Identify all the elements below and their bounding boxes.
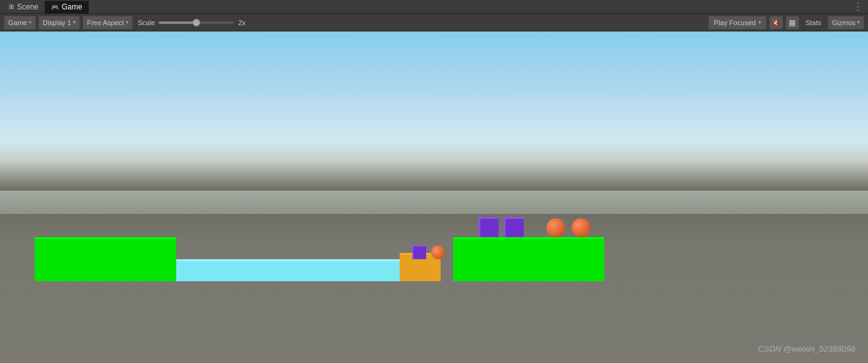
play-focused-label: Play Focused — [714, 19, 756, 26]
game-dropdown[interactable]: Game ▾ — [4, 16, 36, 30]
stats-label: Stats — [806, 19, 821, 26]
tab-game[interactable]: 🎮 Game — [45, 0, 89, 14]
game-viewport[interactable]: CSDN @weixin_52388098 — [0, 31, 868, 363]
bridge-conveyor — [176, 259, 422, 281]
aspect-dropdown-arrow: ▾ — [126, 20, 128, 25]
scene-icon: ⊞ — [9, 3, 14, 10]
aspect-dropdown-label: Free Aspect — [87, 19, 124, 26]
tab-game-label: Game — [62, 3, 82, 11]
aspect-dropdown[interactable]: Free Aspect ▾ — [82, 16, 133, 30]
orange-sphere-bridge — [431, 245, 445, 259]
scale-thumb[interactable] — [193, 19, 200, 26]
display-dropdown-label: Display 1 — [43, 19, 71, 26]
tab-scene[interactable]: ⊞ Scene — [3, 0, 45, 14]
tab-scene-label: Scene — [17, 3, 38, 11]
purple-cube-right-1 — [478, 217, 499, 237]
platform-right — [453, 237, 604, 281]
platform-left — [35, 237, 176, 281]
scale-value: 2x — [238, 19, 245, 26]
audio-button[interactable]: 🔇 — [769, 16, 783, 30]
scale-slider[interactable] — [159, 21, 234, 24]
toolbar: Game ▾ Display 1 ▾ Free Aspect ▾ Scale 2… — [0, 14, 868, 31]
scale-section: Scale 2x — [138, 19, 245, 26]
game-icon: 🎮 — [51, 4, 59, 11]
game-dropdown-label: Game — [8, 19, 27, 26]
tab-more-button[interactable]: ⋮ — [853, 0, 868, 14]
gizmos-arrow: ▾ — [857, 20, 860, 25]
watermark: CSDN @weixin_52388098 — [758, 344, 855, 354]
play-focused-button[interactable]: Play Focused ▾ — [708, 16, 767, 30]
grid-button[interactable]: ▦ — [786, 16, 799, 30]
display-dropdown-arrow: ▾ — [73, 20, 76, 25]
tab-bar: ⊞ Scene 🎮 Game ⋮ — [0, 0, 868, 14]
ground-plane — [0, 214, 868, 363]
game-dropdown-arrow: ▾ — [29, 20, 31, 25]
orange-sphere-right-2 — [572, 218, 590, 237]
audio-icon: 🔇 — [771, 18, 781, 27]
purple-cube-right-2 — [504, 217, 524, 237]
gizmos-button[interactable]: Gizmos ▾ — [828, 16, 864, 30]
scale-fill — [159, 21, 196, 24]
toolbar-right: Play Focused ▾ 🔇 ▦ Stats Gizmos ▾ — [708, 16, 864, 30]
orange-sphere-right-1 — [546, 218, 565, 237]
display-dropdown[interactable]: Display 1 ▾ — [38, 16, 80, 30]
grid-icon: ▦ — [789, 18, 796, 27]
play-focused-arrow: ▾ — [758, 20, 761, 25]
scale-label: Scale — [138, 19, 155, 26]
stats-button[interactable]: Stats — [802, 16, 825, 30]
purple-cube-bridge — [412, 245, 426, 259]
gizmos-label: Gizmos — [832, 19, 855, 26]
